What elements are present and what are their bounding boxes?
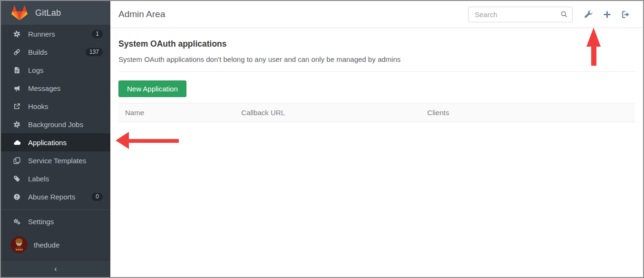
copy-icon: [12, 157, 21, 164]
gear-icon: [12, 121, 21, 128]
sign-out-icon[interactable]: [616, 7, 635, 21]
sidebar-user-profile[interactable]: thedude: [1, 230, 110, 259]
external-link-icon: [12, 103, 21, 110]
plus-icon[interactable]: [598, 7, 616, 21]
username: thedude: [34, 241, 59, 249]
cloud-icon: [12, 139, 21, 146]
sidebar-item-abuse-reports[interactable]: Abuse Reports 0: [1, 188, 110, 206]
link-icon: [12, 49, 21, 56]
sidebar-item-hooks[interactable]: Hooks: [1, 97, 110, 115]
column-header-callback-url: Callback URL: [234, 103, 420, 122]
sidebar-item-label: Logs: [28, 66, 44, 74]
applications-table: Name Callback URL Clients: [118, 103, 635, 122]
header-icon-buttons: [579, 7, 635, 21]
exclamation-circle-icon: [12, 193, 21, 200]
sidebar-item-applications[interactable]: Applications: [1, 133, 110, 151]
search-icon[interactable]: [560, 10, 568, 18]
sidebar-item-label: Hooks: [28, 102, 49, 110]
sidebar-collapse-toggle[interactable]: ‹: [1, 260, 110, 277]
tag-icon: [12, 175, 21, 182]
oauth-applications-section: System OAuth applications System OAuth a…: [110, 28, 643, 122]
admin-nav: Runners 1 Builds 137 Logs Messa: [1, 25, 110, 206]
sidebar-item-label: Abuse Reports: [28, 193, 75, 201]
sidebar-item-labels[interactable]: Labels: [1, 169, 110, 188]
sidebar-item-label: Labels: [28, 175, 49, 183]
sidebar-item-logs[interactable]: Logs: [1, 61, 110, 79]
search-box[interactable]: [468, 7, 573, 22]
column-header-clients: Clients: [420, 103, 635, 122]
table-header-row: Name Callback URL Clients: [118, 103, 635, 122]
sidebar-item-label: Runners: [28, 30, 55, 38]
new-application-button[interactable]: New Application: [118, 80, 186, 97]
sidebar-header: GitLab: [1, 1, 110, 25]
top-header: Admin Area: [110, 1, 643, 28]
page-title: Admin Area: [118, 9, 165, 20]
user-avatar: [10, 236, 28, 253]
admin-sidebar: GitLab Runners 1 Builds 137: [1, 1, 110, 277]
sidebar-item-label: Builds: [28, 48, 48, 56]
gitlab-tanuki-logo-icon[interactable]: [10, 4, 29, 21]
search-input[interactable]: [474, 10, 560, 19]
sidebar-item-label: Applications: [28, 139, 67, 147]
main-panel: Admin Area: [110, 1, 643, 277]
sidebar-item-label: Service Templates: [28, 157, 86, 165]
sidebar-item-service-templates[interactable]: Service Templates: [1, 151, 110, 169]
app-window: GitLab Runners 1 Builds 137: [0, 0, 644, 278]
sidebar-item-settings[interactable]: Settings: [1, 212, 110, 230]
wrench-admin-icon[interactable]: [579, 7, 598, 21]
header-actions: [468, 7, 635, 22]
sidebar-footer-section: Settings thedude: [1, 209, 110, 259]
gear-icon: [12, 30, 21, 38]
sidebar-item-builds[interactable]: Builds 137: [1, 43, 110, 61]
sidebar-item-label: Settings: [28, 218, 54, 226]
section-description: System OAuth applications don't belong t…: [118, 55, 635, 63]
sidebar-item-runners[interactable]: Runners 1: [1, 25, 110, 43]
sidebar-item-label: Background Jobs: [28, 120, 83, 129]
section-heading: System OAuth applications: [118, 39, 635, 49]
file-text-icon: [12, 67, 21, 74]
count-badge: 1: [92, 30, 103, 38]
chevron-left-icon: ‹: [54, 265, 57, 273]
app-name[interactable]: GitLab: [35, 8, 61, 18]
count-badge: 137: [86, 48, 103, 56]
gears-icon: [12, 218, 21, 225]
sidebar-item-messages[interactable]: Messages: [1, 79, 110, 97]
column-header-name: Name: [118, 103, 234, 122]
sidebar-item-background-jobs[interactable]: Background Jobs: [1, 115, 110, 133]
count-badge: 0: [92, 193, 103, 201]
sidebar-item-label: Messages: [28, 84, 60, 92]
divider: [118, 71, 635, 72]
bullhorn-icon: [12, 85, 21, 92]
